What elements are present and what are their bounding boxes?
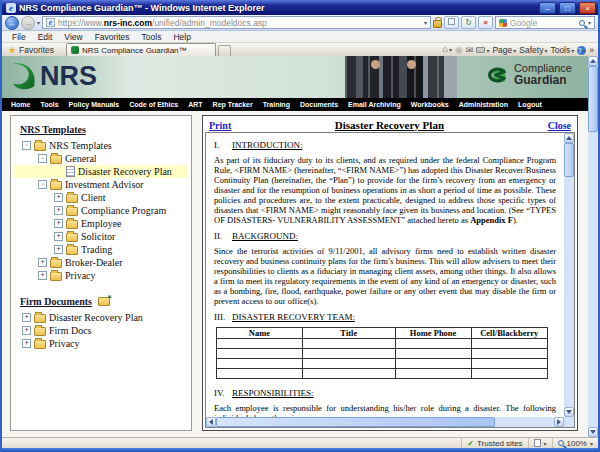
- cell-home-phone: [395, 369, 471, 379]
- print-button[interactable]: [476, 45, 489, 55]
- nav-item[interactable]: Code of Ethics: [124, 101, 183, 108]
- protected-mode-segment[interactable]: ▾: [528, 438, 552, 448]
- menu-item[interactable]: File: [6, 32, 32, 42]
- tree-item[interactable]: + Firm Docs: [14, 324, 188, 337]
- menu-item[interactable]: Help: [167, 32, 196, 42]
- nav-item[interactable]: Tools: [35, 101, 63, 108]
- folder-icon: [50, 259, 62, 268]
- tree-item[interactable]: + Privacy: [14, 337, 188, 350]
- scroll-thumb[interactable]: [216, 417, 495, 427]
- tree-toggle-icon[interactable]: -: [38, 154, 47, 163]
- address-bar[interactable]: e https://www.nrs-inc.com/unified/admin_…: [42, 16, 431, 29]
- scroll-up-icon[interactable]: [564, 133, 574, 143]
- tree-toggle-icon[interactable]: +: [54, 232, 63, 241]
- scroll-left-icon[interactable]: [206, 417, 216, 427]
- tree-item[interactable]: + Client: [14, 191, 188, 204]
- section-heading-team: III.DISASTER RECOVERY TEAM:: [214, 312, 556, 322]
- nav-item[interactable]: Administration: [454, 101, 513, 108]
- menu-item[interactable]: Tools: [136, 32, 168, 42]
- nav-item[interactable]: Training: [258, 101, 295, 108]
- tree-toggle-icon[interactable]: +: [54, 206, 63, 215]
- document-vertical-scrollbar[interactable]: [564, 133, 574, 417]
- nav-item[interactable]: Rep Tracker: [208, 101, 258, 108]
- scroll-thumb[interactable]: [588, 66, 598, 132]
- search-dropdown-icon[interactable]: ▾: [588, 19, 591, 26]
- tree-toggle-icon[interactable]: +: [54, 245, 63, 254]
- scroll-down-icon[interactable]: [588, 427, 598, 437]
- tree-item[interactable]: - Investment Advisor: [14, 178, 188, 191]
- security-lock-icon[interactable]: [433, 20, 442, 28]
- tree-item[interactable]: + Broker-Dealer: [14, 256, 188, 269]
- forward-button[interactable]: →: [21, 16, 35, 30]
- home-button[interactable]: ⌂: [443, 45, 452, 55]
- toolbar-overflow-button[interactable]: »: [589, 45, 594, 55]
- browser-tab[interactable]: NRS Compliance Guardian™: [66, 43, 216, 56]
- new-folder-icon[interactable]: [98, 297, 110, 306]
- tree-item[interactable]: - NRS Templates: [14, 139, 188, 152]
- scroll-down-icon[interactable]: [564, 407, 574, 417]
- scroll-up-icon[interactable]: [588, 56, 598, 66]
- tree-toggle-icon[interactable]: +: [22, 326, 31, 335]
- tree-item[interactable]: - General: [14, 152, 188, 165]
- tree-item[interactable]: + Disaster Recovery Plan: [14, 311, 188, 324]
- close-link[interactable]: Close: [548, 120, 571, 131]
- nav-item[interactable]: Email Archiving: [343, 101, 406, 108]
- tree-toggle-icon[interactable]: +: [54, 219, 63, 228]
- read-mail-icon[interactable]: ✉: [466, 46, 474, 55]
- section-title: INTRODUCTION:: [232, 140, 303, 150]
- tree-item[interactable]: + Trading: [14, 243, 188, 256]
- nav-item[interactable]: Logout: [513, 101, 547, 108]
- search-icon[interactable]: [579, 20, 585, 26]
- nav-item[interactable]: Workbooks: [406, 101, 454, 108]
- folder-icon: [66, 194, 78, 203]
- menu-item[interactable]: Edit: [32, 32, 59, 42]
- refresh-button[interactable]: ↻: [461, 16, 476, 29]
- tree-toggle-icon[interactable]: +: [38, 258, 47, 267]
- print-link[interactable]: Print: [209, 120, 231, 131]
- close-window-button[interactable]: ×: [579, 2, 596, 14]
- history-dropdown-icon[interactable]: ▾: [37, 19, 40, 26]
- nav-item[interactable]: Policy Manuals: [64, 101, 125, 108]
- tree-toggle-icon[interactable]: +: [54, 193, 63, 202]
- feeds-icon[interactable]: ◉: [455, 46, 463, 55]
- nav-item[interactable]: Home: [6, 101, 35, 108]
- tree-toggle-icon[interactable]: -: [38, 180, 47, 189]
- tree-toggle-icon[interactable]: -: [22, 141, 31, 150]
- tools-menu-button[interactable]: Tools: [550, 45, 574, 55]
- menu-item[interactable]: Favorites: [89, 32, 136, 42]
- menu-bar: FileEditViewFavoritesToolsHelp: [2, 31, 598, 43]
- tree-item[interactable]: Disaster Recovery Plan: [14, 165, 188, 178]
- table-body: [217, 339, 548, 379]
- tree-item[interactable]: + Solicitor: [14, 230, 188, 243]
- help-button[interactable]: ?: [577, 46, 586, 55]
- page-vertical-scrollbar[interactable]: [588, 56, 598, 437]
- favorites-button[interactable]: ★ Favorites: [4, 45, 60, 56]
- safety-menu-button[interactable]: Safety: [519, 45, 547, 55]
- compatibility-view-button[interactable]: [444, 16, 459, 29]
- sidebar: NRS Templates - NRS Templates -: [10, 115, 192, 431]
- nav-item[interactable]: Documents: [295, 101, 343, 108]
- address-dropdown-icon[interactable]: ▾: [424, 19, 427, 26]
- security-zone-indicator[interactable]: ✓ Trusted sites: [461, 438, 527, 448]
- tree-item-label: NRS Templates: [49, 140, 112, 151]
- stop-button[interactable]: ×: [478, 16, 493, 29]
- minimize-button[interactable]: –: [539, 2, 556, 14]
- maximize-button[interactable]: □: [559, 2, 576, 14]
- nav-item[interactable]: ART: [183, 101, 207, 108]
- back-button[interactable]: ←: [5, 16, 19, 30]
- document-horizontal-scrollbar[interactable]: [206, 417, 564, 427]
- search-box[interactable]: Google ▾: [495, 16, 595, 29]
- menu-item[interactable]: View: [58, 32, 88, 42]
- scroll-thumb[interactable]: [564, 143, 574, 177]
- ie-icon: e: [6, 3, 16, 13]
- zoom-control[interactable]: 100% ▾: [552, 438, 598, 448]
- tree-item[interactable]: + Privacy: [14, 269, 188, 282]
- new-tab-button[interactable]: [218, 45, 231, 56]
- tree-toggle-icon[interactable]: +: [22, 313, 31, 322]
- tree-toggle-icon[interactable]: +: [22, 339, 31, 348]
- page-menu-button[interactable]: Page: [492, 45, 516, 55]
- tree-item[interactable]: + Compliance Program: [14, 204, 188, 217]
- tree-item[interactable]: + Employee: [14, 217, 188, 230]
- scroll-right-icon[interactable]: [554, 417, 564, 427]
- tree-toggle-icon[interactable]: +: [38, 271, 47, 280]
